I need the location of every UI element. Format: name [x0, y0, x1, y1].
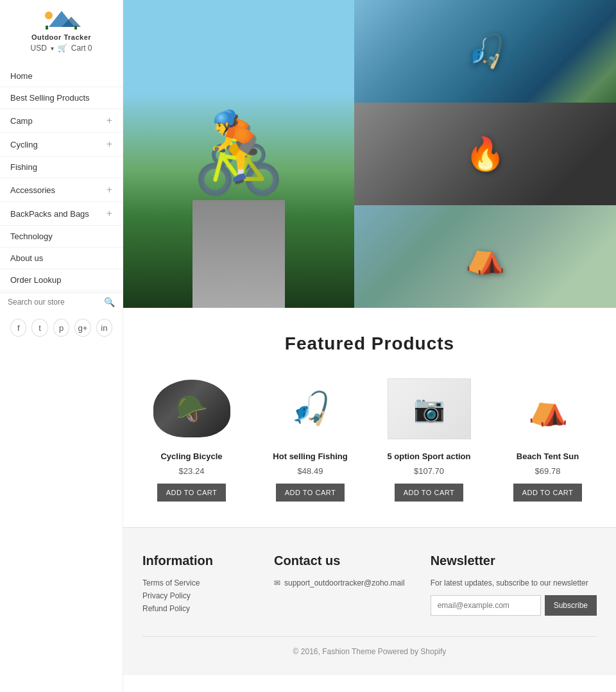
sidebar-item-best-selling-products[interactable]: Best Selling Products	[0, 87, 123, 109]
logo-icon	[36, 8, 87, 33]
nav-item-label: Home	[10, 71, 33, 81]
footer-link[interactable]: Terms of Service	[142, 578, 248, 587]
social-icons: f t p g+ in	[0, 311, 123, 344]
nav-expand-icon[interactable]: +	[107, 115, 112, 126]
search-bar: 🔍	[0, 292, 123, 311]
footer-newsletter: Newsletter For latest updates, subscribe…	[431, 553, 597, 617]
cart-icon: 🛒	[58, 44, 67, 53]
product-name: 5 option Sport action	[388, 451, 471, 462]
sidebar-item-accessories[interactable]: Accessories+	[0, 178, 123, 202]
currency-dropdown-icon: ▾	[51, 45, 54, 52]
main-nav: HomeBest Selling ProductsCamp+Cycling+Fi…	[0, 65, 123, 291]
sidebar-item-home[interactable]: Home	[0, 65, 123, 87]
product-card: 📷5 option Sport action$107.70ADD TO CART	[376, 373, 482, 502]
email-icon: ✉	[274, 578, 280, 587]
contact-email: ✉ support_outdoortracker@zoho.mail	[274, 578, 405, 587]
footer-grid: Information Terms of ServicePrivacy Poli…	[142, 553, 597, 617]
product-price: $48.49	[298, 466, 323, 476]
sidebar-item-camp[interactable]: Camp+	[0, 109, 123, 133]
sidebar-item-cycling[interactable]: Cycling+	[0, 133, 123, 156]
add-to-cart-button[interactable]: ADD TO CART	[513, 484, 582, 502]
product-card: ⛺Beach Tent Sun$69.78ADD TO CART	[495, 373, 601, 502]
add-to-cart-button[interactable]: ADD TO CART	[395, 484, 463, 502]
footer-copyright: © 2016, Fashion Theme Powered by Shopify	[142, 636, 597, 656]
newsletter-description: For latest updates, subscribe to our new…	[431, 578, 597, 587]
nav-item-label: BackPacks and Bags	[10, 209, 89, 219]
instagram-icon[interactable]: in	[96, 319, 112, 337]
product-price: $107.70	[414, 466, 444, 476]
nav-item-label: Best Selling Products	[10, 93, 90, 103]
product-price: $23.24	[179, 466, 205, 476]
product-image: 🎣	[262, 373, 359, 444]
featured-section: Featured Products 🪖Cycling Bicycle$23.24…	[123, 308, 616, 527]
cart-label[interactable]: Cart 0	[71, 44, 92, 53]
hero-left-image: 🚴	[123, 0, 354, 308]
twitter-icon[interactable]: t	[31, 319, 47, 337]
newsletter-email-input[interactable]	[431, 595, 541, 616]
stove-hero-image: 🔥	[354, 103, 616, 205]
sidebar-item-about-us[interactable]: About us	[0, 248, 123, 269]
product-price: $69.78	[535, 466, 561, 476]
contact-heading: Contact us	[274, 553, 405, 568]
nav-expand-icon[interactable]: +	[107, 208, 112, 219]
contact-email-text: support_outdoortracker@zoho.mail	[284, 578, 405, 587]
add-to-cart-button[interactable]: ADD TO CART	[157, 484, 226, 502]
product-image: 📷	[381, 373, 477, 444]
nav-item-label: About us	[10, 253, 43, 263]
subscribe-button[interactable]: Subscribe	[545, 595, 597, 616]
logo-container: Outdoor Tracker USD ▾ 🛒 Cart 0	[0, 0, 123, 65]
add-to-cart-button[interactable]: ADD TO CART	[276, 484, 345, 502]
product-card: 🪖Cycling Bicycle$23.24ADD TO CART	[139, 373, 244, 502]
sidebar-item-order-lookup[interactable]: Order Lookup	[0, 269, 123, 291]
product-name: Cycling Bicycle	[160, 451, 222, 462]
currency-label[interactable]: USD	[30, 44, 46, 53]
copyright-text: © 2016, Fashion Theme Powered by Shopify	[293, 647, 447, 656]
product-name: Beach Tent Sun	[517, 451, 579, 462]
product-image: ⛺	[500, 373, 596, 444]
nav-expand-icon[interactable]: +	[107, 184, 112, 196]
newsletter-heading: Newsletter	[431, 553, 597, 568]
nav-item-label: Accessories	[10, 185, 55, 195]
nav-item-label: Order Lookup	[10, 275, 62, 285]
hero-right-images: 🎣 🔥 ⛺	[354, 0, 616, 308]
fishing-hero-image: 🎣	[354, 0, 616, 103]
svg-point-2	[45, 12, 53, 19]
product-image: 🪖	[144, 373, 240, 444]
footer-link[interactable]: Refund Policy	[142, 604, 248, 613]
pinterest-icon[interactable]: p	[53, 319, 69, 337]
featured-title: Featured Products	[136, 333, 603, 354]
footer-information: Information Terms of ServicePrivacy Poli…	[142, 553, 248, 617]
tent-hero-image: ⛺	[354, 205, 616, 308]
information-heading: Information	[142, 553, 248, 568]
googleplus-icon[interactable]: g+	[74, 319, 90, 337]
footer-links: Terms of ServicePrivacy PolicyRefund Pol…	[142, 578, 248, 613]
search-input[interactable]	[8, 298, 104, 307]
nav-item-label: Cycling	[10, 140, 38, 149]
sidebar-item-fishing[interactable]: Fishing	[0, 156, 123, 178]
footer-link[interactable]: Privacy Policy	[142, 591, 248, 600]
sidebar-item-technology[interactable]: Technology	[0, 226, 123, 248]
brand-name: Outdoor Tracker	[31, 33, 91, 41]
svg-rect-3	[46, 26, 48, 30]
product-name: Hot selling Fishing	[273, 451, 347, 462]
product-card: 🎣Hot selling Fishing$48.49ADD TO CART	[257, 373, 363, 502]
footer-contact: Contact us ✉ support_outdoortracker@zoho…	[274, 553, 405, 617]
nav-item-label: Fishing	[10, 162, 37, 172]
main-content: 🚴 🎣 🔥 ⛺ Featured Products 🪖Cycling Bicyc…	[123, 0, 616, 692]
footer: Information Terms of ServicePrivacy Poli…	[123, 527, 616, 675]
nav-expand-icon[interactable]: +	[107, 139, 112, 150]
cycling-hero-image: 🚴	[123, 0, 354, 308]
newsletter-form: Subscribe	[431, 595, 597, 616]
nav-item-label: Technology	[10, 232, 53, 241]
sidebar-item-backpacks-and-bags[interactable]: BackPacks and Bags+	[0, 202, 123, 226]
facebook-icon[interactable]: f	[10, 319, 26, 337]
svg-rect-4	[74, 26, 77, 30]
hero-section: 🚴 🎣 🔥 ⛺	[123, 0, 616, 308]
currency-cart: USD ▾ 🛒 Cart 0	[30, 41, 92, 58]
products-grid: 🪖Cycling Bicycle$23.24ADD TO CART🎣Hot se…	[136, 373, 603, 502]
search-icon[interactable]: 🔍	[104, 297, 115, 307]
nav-item-label: Camp	[10, 116, 33, 126]
sidebar: Outdoor Tracker USD ▾ 🛒 Cart 0 HomeBest …	[0, 0, 123, 692]
